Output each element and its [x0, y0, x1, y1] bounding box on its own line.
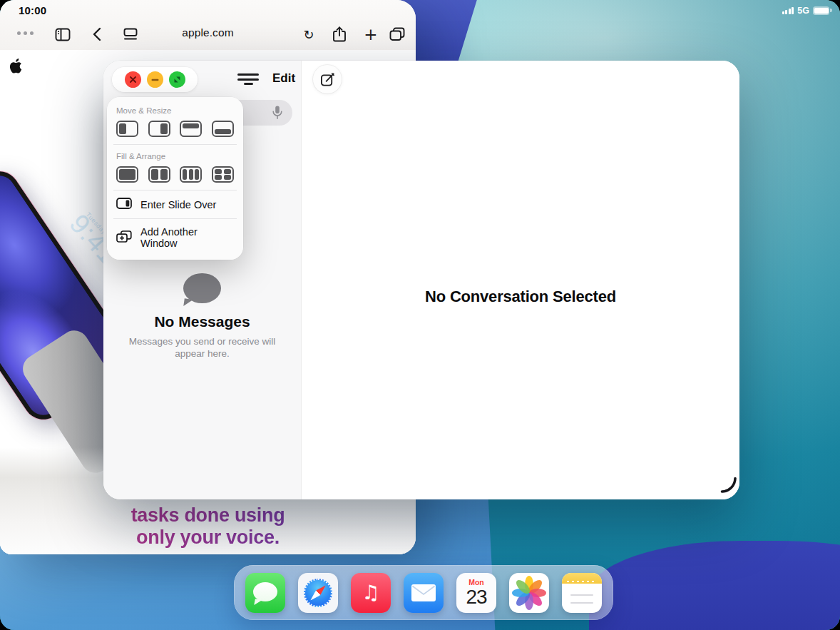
dock: ♫ Mon 23 [234, 565, 613, 620]
slide-over-icon [116, 198, 132, 211]
dock-app-photos[interactable] [509, 573, 549, 613]
window-resize-handle[interactable] [719, 476, 737, 496]
address-bar[interactable]: apple.com [86, 26, 330, 39]
music-note-icon: ♫ [362, 583, 379, 603]
add-another-window-label: Add Another Window [140, 226, 234, 249]
microphone-icon[interactable] [272, 105, 283, 123]
messages-bubble-icon [253, 582, 277, 601]
apple-logo-icon [9, 59, 22, 76]
battery-icon [813, 6, 829, 15]
no-messages-subtitle: Messages you send or receive will appear… [103, 335, 301, 360]
dock-app-notes[interactable] [562, 573, 602, 613]
edit-button[interactable]: Edit [272, 71, 295, 86]
split-view-icon[interactable] [148, 166, 170, 183]
resize-bottom-half-icon[interactable] [212, 121, 234, 137]
headline-line-2: only your voice. [0, 527, 416, 549]
notes-line [570, 602, 593, 604]
quarters-grid-icon[interactable] [212, 166, 234, 183]
window-management-menu: Move & Resize Fill & Arrange Enter Slide… [107, 97, 243, 260]
menu-divider [113, 190, 237, 190]
no-messages-title: No Messages [103, 313, 301, 330]
mail-envelope-icon [411, 584, 436, 604]
resize-left-half-icon[interactable] [116, 121, 138, 137]
filter-icon[interactable] [237, 73, 259, 88]
speech-bubble-icon [183, 273, 221, 303]
close-window-button[interactable] [125, 71, 141, 88]
resize-top-half-icon[interactable] [180, 121, 202, 137]
minimize-window-button[interactable] [147, 71, 163, 88]
add-another-window-item[interactable]: Add Another Window [116, 226, 234, 249]
move-resize-options [116, 121, 234, 137]
reload-icon[interactable]: ↻ [299, 26, 318, 43]
resize-window-button[interactable] [169, 71, 185, 88]
headline-line-1: tasks done using [0, 504, 416, 527]
three-columns-icon[interactable] [180, 166, 202, 183]
share-icon[interactable] [330, 26, 349, 43]
add-window-icon [116, 230, 132, 245]
fill-screen-icon[interactable] [116, 166, 138, 183]
no-messages-empty-state: No Messages Messages you send or receive… [103, 273, 301, 360]
dock-app-safari[interactable] [298, 573, 338, 613]
calendar-day-label: Mon [456, 578, 496, 586]
dock-app-music[interactable]: ♫ [351, 573, 391, 613]
dock-app-mail[interactable] [404, 573, 444, 613]
conversation-panel: No Conversation Selected [302, 61, 739, 499]
dock-app-calendar[interactable]: Mon 23 [456, 573, 496, 613]
menu-divider [113, 144, 237, 145]
fill-arrange-options [116, 166, 234, 183]
notes-header-strip [562, 573, 602, 584]
safari-toolbar: apple.com ↻ + [0, 0, 416, 50]
ipad-screen: Tuesday 9:41 tasks done using only your … [0, 0, 840, 630]
notes-line [570, 594, 593, 596]
menu-divider [113, 218, 237, 219]
resize-right-half-icon[interactable] [148, 121, 170, 137]
calendar-date-label: 23 [456, 586, 496, 608]
new-tab-icon[interactable]: + [362, 26, 380, 43]
compose-button[interactable] [313, 65, 342, 93]
sidebar-icon[interactable] [53, 26, 72, 43]
no-conversation-title: No Conversation Selected [302, 288, 739, 306]
status-bar-time: 10:00 [19, 4, 46, 16]
more-options-icon[interactable] [17, 31, 34, 35]
cellular-signal-icon [782, 7, 794, 14]
page-headline: tasks done using only your voice. [0, 504, 416, 549]
tabs-icon[interactable] [388, 26, 406, 43]
enter-slide-over-item[interactable]: Enter Slide Over [116, 198, 234, 211]
window-controls [112, 67, 198, 92]
move-resize-label: Move & Resize [116, 106, 234, 115]
network-type-label: 5G [797, 6, 809, 16]
status-bar-right: 5G [782, 6, 829, 16]
dock-app-messages[interactable] [245, 573, 285, 613]
enter-slide-over-label: Enter Slide Over [140, 199, 216, 210]
fill-arrange-label: Fill & Arrange [116, 152, 234, 161]
